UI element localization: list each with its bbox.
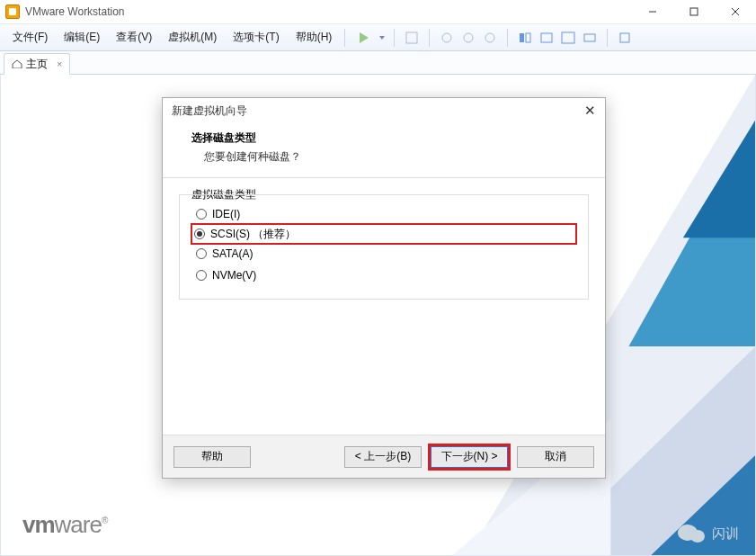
svg-point-6 [464,33,473,42]
vmware-logo: vmware® [22,511,107,539]
separator [394,29,395,47]
separator [344,29,345,47]
radio-option-sata[interactable]: SATA(A) [192,243,575,265]
help-button[interactable]: 帮助 [173,446,251,468]
radio-icon [196,248,207,259]
svg-point-5 [442,33,451,42]
svg-marker-15 [628,120,755,346]
menu-edit[interactable]: 编辑(E) [57,26,107,49]
menubar: 文件(F) 编辑(E) 查看(V) 虚拟机(M) 选项卡(T) 帮助(H) [0,24,756,51]
send-ctrl-alt-del-icon[interactable] [404,30,420,46]
console-icon[interactable] [538,30,555,46]
menu-help[interactable]: 帮助(H) [289,26,340,49]
separator [429,29,430,47]
play-dropdown-icon[interactable] [379,36,385,40]
radio-icon [196,209,207,220]
library-icon[interactable] [617,30,633,46]
app-icon [5,4,20,19]
disk-type-group: IDE(I) SCSI(S) （推荐） SATA(A) NVMe(V) [179,194,589,300]
next-button[interactable]: 下一步(N) > [431,446,508,468]
svg-rect-11 [562,32,574,43]
wizard-dialog: 新建虚拟机向导 ✕ 选择磁盘类型 您要创建何种磁盘？ 虚拟磁盘类型 IDE(I)… [162,97,606,479]
minimize-button[interactable] [632,0,673,24]
back-button[interactable]: < 上一步(B) [344,446,422,468]
cancel-button[interactable]: 取消 [517,446,594,468]
svg-rect-12 [584,34,595,41]
menu-vm[interactable]: 虚拟机(M) [161,26,224,49]
radio-option-scsi[interactable]: SCSI(S) （推荐） [191,223,577,245]
dialog-header: 选择磁盘类型 您要创建何种磁盘？ [163,123,605,178]
svg-rect-13 [620,33,629,42]
fullscreen-icon[interactable] [560,30,576,46]
separator [507,29,508,47]
manage-icon[interactable] [482,30,498,46]
wechat-icon [690,530,705,543]
radio-icon [196,270,207,281]
dialog-subheading: 您要创建何种磁盘？ [191,149,589,165]
tab-strip: 主页 × [0,51,756,75]
revert-icon[interactable] [460,30,476,46]
watermark-text: 闪训 [712,525,739,543]
play-icon[interactable] [356,30,372,46]
watermark-badge: 闪训 [678,525,739,543]
svg-rect-10 [541,33,552,42]
tab-home[interactable]: 主页 × [4,53,70,75]
radio-icon [194,229,205,239]
stretch-icon[interactable] [582,30,598,46]
window-titlebar: VMware Workstation [0,0,756,24]
radio-label: SATA(A) [212,247,253,260]
svg-rect-8 [520,33,524,42]
radio-label: NVMe(V) [212,269,256,282]
window-controls [632,0,756,24]
radio-label: SCSI(S) （推荐） [210,227,296,242]
home-icon [12,59,22,68]
separator [607,29,608,47]
maximize-button[interactable] [673,0,715,24]
tab-close-icon[interactable]: × [57,58,62,69]
dialog-title: 新建虚拟机向导 [172,103,247,119]
menu-file[interactable]: 文件(F) [5,26,55,49]
dialog-titlebar: 新建虚拟机向导 ✕ [163,98,605,123]
svg-rect-9 [526,33,530,42]
svg-rect-4 [406,32,417,43]
toolbar [356,29,633,47]
radio-option-nvme[interactable]: NVMe(V) [192,265,575,286]
radio-label: IDE(I) [212,208,240,220]
svg-point-7 [485,33,494,42]
svg-rect-1 [690,8,698,15]
window-title: VMware Workstation [25,5,124,18]
dialog-footer: 帮助 < 上一步(B) 下一步(N) > 取消 [163,435,605,478]
menu-tabs[interactable]: 选项卡(T) [226,26,286,49]
dialog-close-icon[interactable]: ✕ [584,103,596,119]
snapshot-icon[interactable] [439,30,455,46]
dialog-heading: 选择磁盘类型 [191,130,589,146]
svg-marker-16 [682,120,755,238]
menu-view[interactable]: 查看(V) [109,26,159,49]
dialog-body: 虚拟磁盘类型 IDE(I) SCSI(S) （推荐） SATA(A) NVMe(… [163,178,605,435]
radio-option-ide[interactable]: IDE(I) [192,203,575,225]
unity-icon[interactable] [517,30,533,46]
close-button[interactable] [715,0,756,24]
tab-home-label: 主页 [26,57,48,72]
